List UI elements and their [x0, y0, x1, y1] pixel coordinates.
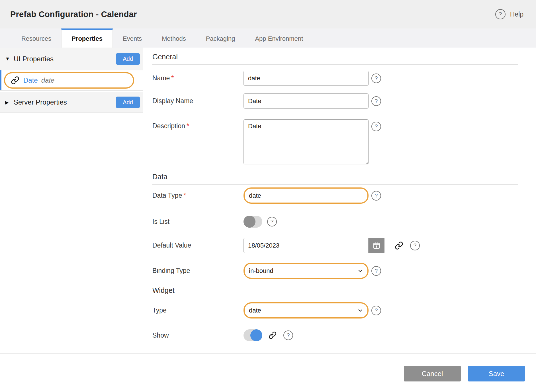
- section-general: General: [152, 53, 518, 61]
- show-help-icon[interactable]: ?: [283, 330, 293, 340]
- data-type-help-icon[interactable]: ?: [371, 191, 381, 201]
- is-list-label: Is List: [152, 218, 244, 226]
- property-type: date: [41, 76, 55, 84]
- binding-type-select[interactable]: in-bound: [244, 263, 369, 279]
- cancel-button[interactable]: Cancel: [404, 366, 461, 381]
- properties-sidebar: ▼ UI Properties Add Date date: [0, 48, 143, 281]
- display-name-input[interactable]: [244, 93, 369, 109]
- help-button[interactable]: ? Help: [495, 9, 523, 19]
- server-properties-label: Server Properties: [14, 98, 116, 106]
- server-properties-header[interactable]: ▶ Server Properties Add: [0, 92, 143, 113]
- binding-type-field-row: Binding Type in-bound ?: [152, 263, 518, 279]
- data-type-field-row: Data Type* ?: [152, 187, 518, 204]
- description-field-row: Description* Date ?: [152, 119, 518, 164]
- description-help-icon[interactable]: ?: [371, 122, 381, 131]
- bind-property-link-icon[interactable]: [395, 241, 403, 250]
- section-data: Data: [152, 173, 518, 181]
- is-list-help-icon[interactable]: ?: [267, 217, 277, 226]
- tab-bar: Resources Properties Events Methods Pack…: [0, 28, 536, 48]
- name-help-icon[interactable]: ?: [371, 74, 381, 83]
- section-divider: [152, 298, 518, 298]
- required-marker: *: [187, 122, 189, 130]
- dialog-body: ▼ UI Properties Add Date date: [0, 48, 536, 354]
- type-field-row: Type date ?: [152, 302, 518, 318]
- required-marker: *: [183, 192, 186, 199]
- caret-down-icon: ▼: [5, 56, 14, 62]
- tab-resources[interactable]: Resources: [11, 28, 61, 48]
- selected-indicator: [0, 70, 1, 90]
- tab-properties[interactable]: Properties: [61, 28, 113, 48]
- calendar-icon: [373, 242, 380, 250]
- ui-properties-label: UI Properties: [14, 55, 116, 63]
- caret-right-icon: ▶: [5, 100, 14, 105]
- binding-type-help-icon[interactable]: ?: [371, 266, 381, 276]
- add-ui-property-button[interactable]: Add: [116, 53, 140, 65]
- section-divider: [152, 184, 518, 185]
- toggle-knob: [244, 216, 255, 228]
- is-list-toggle[interactable]: [244, 216, 262, 228]
- description-label: Description*: [152, 119, 244, 130]
- property-form: General Name* ? Display Name ?: [143, 48, 536, 354]
- default-value-field-row: Default Value: [152, 238, 518, 253]
- type-help-icon[interactable]: ?: [371, 306, 381, 315]
- section-divider: [152, 64, 518, 65]
- default-value-input[interactable]: [244, 238, 369, 253]
- widget-type-value: date: [249, 307, 261, 314]
- property-name: Date: [23, 76, 38, 84]
- chevron-down-icon: [357, 307, 363, 314]
- name-field-row: Name* ?: [152, 71, 518, 86]
- page-title: Prefab Configuration - Calendar: [10, 10, 137, 19]
- toggle-knob: [250, 329, 262, 341]
- ui-property-item-wrap: Date date: [0, 70, 143, 91]
- type-label: Type: [152, 307, 244, 314]
- display-name-help-icon[interactable]: ?: [371, 96, 381, 106]
- bind-show-link-icon[interactable]: [269, 331, 277, 339]
- required-marker: *: [171, 74, 174, 82]
- description-textarea[interactable]: Date: [244, 119, 369, 164]
- binding-type-value: in-bound: [249, 267, 273, 275]
- default-value-help-icon[interactable]: ?: [410, 241, 420, 250]
- name-label: Name*: [152, 74, 244, 82]
- ui-properties-header[interactable]: ▼ UI Properties Add: [0, 48, 143, 70]
- name-input[interactable]: [244, 71, 369, 86]
- tab-app-environment[interactable]: App Environment: [245, 28, 313, 48]
- save-button[interactable]: Save: [468, 366, 525, 381]
- is-list-field-row: Is List ?: [152, 216, 518, 228]
- link-icon: [11, 76, 19, 85]
- calendar-picker-button[interactable]: [369, 238, 384, 253]
- ui-property-item-date[interactable]: Date date: [4, 72, 134, 89]
- tab-events[interactable]: Events: [113, 28, 152, 48]
- data-type-input[interactable]: [244, 187, 369, 204]
- data-type-label: Data Type*: [152, 192, 244, 199]
- tab-packaging[interactable]: Packaging: [196, 28, 245, 48]
- show-toggle[interactable]: [244, 329, 262, 341]
- prefab-configuration-dialog: Prefab Configuration - Calendar ? Help R…: [0, 0, 536, 392]
- section-widget: Widget: [152, 286, 518, 295]
- dialog-header: Prefab Configuration - Calendar ? Help: [0, 0, 536, 28]
- help-label: Help: [510, 11, 523, 18]
- tab-methods[interactable]: Methods: [152, 28, 196, 48]
- help-icon: ?: [495, 9, 506, 19]
- chevron-down-icon: [357, 268, 363, 274]
- widget-type-select[interactable]: date: [244, 302, 369, 318]
- display-name-field-row: Display Name ?: [152, 93, 518, 109]
- display-name-label: Display Name: [152, 97, 244, 105]
- binding-type-label: Binding Type: [152, 267, 244, 275]
- show-label: Show: [152, 332, 244, 339]
- default-value-label: Default Value: [152, 242, 244, 249]
- dialog-footer: Cancel Save: [0, 354, 536, 392]
- show-field-row: Show ?: [152, 329, 518, 341]
- add-server-property-button[interactable]: Add: [116, 97, 140, 108]
